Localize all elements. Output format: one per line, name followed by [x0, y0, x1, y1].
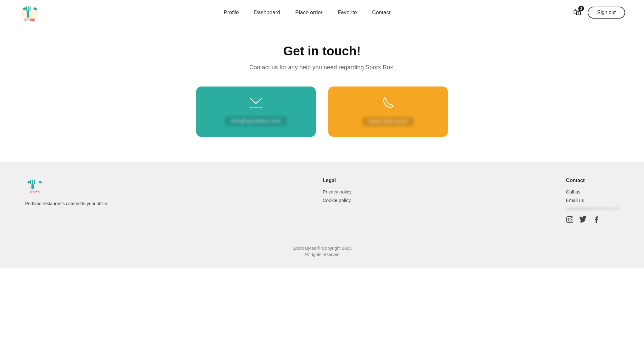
footer-contact-title: Contact: [566, 178, 619, 183]
footer-top: SPORK Portland restaurants catered to yo…: [25, 178, 619, 225]
cart-badge: 2: [578, 6, 584, 11]
logo[interactable]: SPORK: [19, 3, 41, 22]
facebook-icon[interactable]: [592, 216, 600, 225]
signout-button[interactable]: Sign out: [588, 7, 625, 19]
contact-cards: info@sporkbox.com (503) 555-0123: [6, 87, 638, 137]
email-card[interactable]: info@sporkbox.com: [196, 87, 316, 137]
main-content: Get in touch! Contact us for any help yo…: [0, 25, 644, 162]
footer-bottom: Spork Bytes © Copyright 2023 All rights …: [25, 238, 619, 257]
svg-rect-16: [567, 216, 573, 223]
social-icons: [566, 216, 619, 225]
instagram-icon[interactable]: [566, 216, 574, 225]
phone-icon: [382, 97, 394, 111]
footer-cookie-link[interactable]: Cookie policy: [323, 198, 352, 203]
footer-email-us-link[interactable]: Email us: [566, 198, 619, 203]
footer-tagline: Portland restaurants catered to your off…: [25, 201, 108, 206]
nav-place-order[interactable]: Place order: [295, 9, 323, 16]
svg-rect-11: [34, 180, 35, 184]
main-nav: Profile Dashboard Place order Favorite C…: [224, 9, 390, 16]
svg-rect-4: [27, 11, 29, 18]
copyright-line2: All rights reserved: [25, 252, 619, 257]
page-subtitle: Contact us for any help you need regardi…: [6, 64, 638, 71]
cart-button[interactable]: 🛍 2: [573, 8, 581, 17]
footer-call-us-link[interactable]: Call us: [566, 189, 619, 194]
phone-card[interactable]: (503) 555-0123: [328, 87, 448, 137]
copyright-line1: Spork Bytes © Copyright 2023: [25, 246, 619, 251]
nav-favorite[interactable]: Favorite: [338, 9, 357, 16]
svg-point-17: [568, 218, 571, 221]
footer: SPORK Portland restaurants catered to yo…: [0, 162, 644, 268]
svg-text:SPORK: SPORK: [24, 18, 36, 22]
twitter-icon[interactable]: [579, 216, 587, 225]
svg-text:SPORK: SPORK: [30, 190, 40, 193]
footer-legal-title: Legal: [323, 178, 352, 183]
phone-info: (503) 555-0123: [362, 117, 414, 126]
svg-point-15: [38, 180, 42, 184]
svg-rect-10: [32, 180, 33, 184]
svg-rect-3: [30, 6, 31, 11]
email-info: info@sporkbox.com: [225, 116, 287, 126]
nav-profile[interactable]: Profile: [224, 9, 239, 16]
email-icon: [250, 98, 262, 111]
footer-legal: Legal Privacy policy Cookie policy: [323, 178, 352, 225]
svg-rect-12: [31, 184, 34, 189]
svg-rect-2: [28, 6, 29, 11]
header-actions: 🛍 2 Sign out: [573, 7, 625, 19]
footer-brand: SPORK Portland restaurants catered to yo…: [25, 178, 108, 225]
nav-dashboard[interactable]: Dashboard: [254, 9, 280, 16]
footer-contact: Contact Call us Email us contact@sporkby…: [566, 178, 619, 225]
nav-contact[interactable]: Contact: [372, 9, 391, 16]
header: SPORK Profile Dashboard Place order Favo…: [0, 0, 644, 25]
footer-privacy-link[interactable]: Privacy policy: [323, 189, 352, 194]
page-title: Get in touch!: [6, 44, 638, 58]
footer-contact-email: contact@sporkbytes.com: [566, 206, 619, 211]
svg-point-18: [571, 217, 572, 218]
